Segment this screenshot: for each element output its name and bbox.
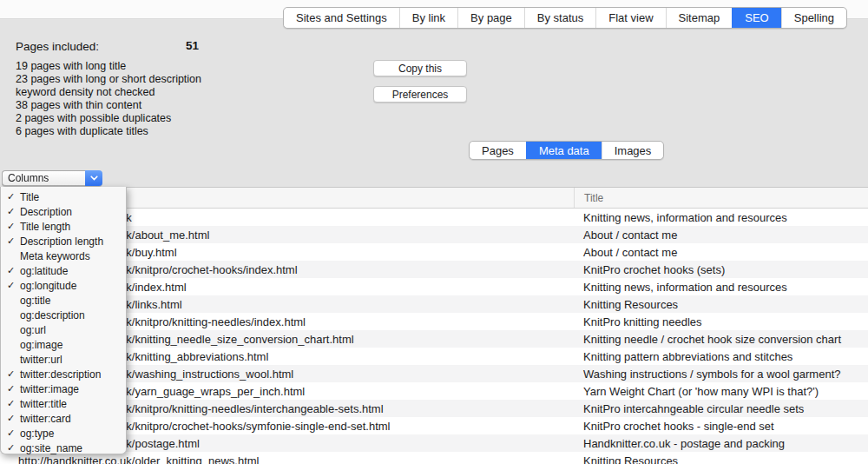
table-row[interactable]: http://handknitter.co.uk/about_me.htmlAb… (0, 226, 868, 243)
main-tab-bar: Sites and Settings By link By page By st… (283, 7, 847, 29)
tab-flat-view[interactable]: Flat view (595, 8, 665, 28)
menu-item-title[interactable]: ✓Title (1, 189, 126, 204)
preferences-button[interactable]: Preferences (373, 86, 467, 103)
menu-item-title-length[interactable]: ✓Title length (1, 219, 126, 234)
tab-sites-and-settings[interactable]: Sites and Settings (284, 8, 399, 28)
title-cell: Knitting Resources (574, 454, 868, 464)
columns-popup-label: Columns (2, 170, 85, 186)
table-row[interactable]: http://handknitter.co.uk/index.htmlKnitt… (0, 278, 868, 295)
menu-item-og-title[interactable]: og:title (1, 293, 126, 308)
menu-item-label: og:site_name (20, 442, 82, 454)
menu-item-label: twitter:card (20, 413, 71, 425)
table-row[interactable]: http://handknitter.co.ukKnitting news, i… (0, 209, 868, 226)
tab-by-page[interactable]: By page (457, 8, 524, 28)
menu-item-label: og:title (20, 295, 50, 307)
menu-item-label: Title (20, 191, 39, 203)
menu-item-twitter-description[interactable]: ✓twitter:description (1, 367, 126, 381)
title-cell: KnitPro crochet hooks - single-end set (574, 420, 868, 433)
copy-this-button[interactable]: Copy this (373, 60, 467, 76)
title-cell: About / contact me (574, 229, 868, 242)
chevron-down-icon (85, 170, 102, 186)
checkmark-icon: ✓ (1, 265, 20, 276)
menu-item-label: og:type (20, 428, 54, 440)
table-row[interactable]: http://handknitter.co.uk/older_knitting_… (0, 452, 868, 464)
title-cell: KnitPro intercahngeable circular needle … (574, 402, 868, 415)
seo-summary-list: 19 pages with long title 23 pages with l… (16, 60, 201, 138)
table-row[interactable]: http://handknitter.co.uk/knitpro/crochet… (0, 417, 868, 434)
title-cell: Knitting news, information and resources (574, 281, 868, 294)
title-cell: Knitting needle / crochet hook size conv… (574, 333, 868, 346)
checkmark-icon: ✓ (1, 206, 20, 217)
url-cell: http://handknitter.co.uk/older_knitting_… (0, 454, 574, 464)
summary-line: 19 pages with long title (16, 60, 201, 73)
menu-item-label: Title length (20, 221, 70, 233)
summary-line: keyword density not checked (16, 86, 201, 99)
menu-item-og-latitude[interactable]: ✓og:latitude (1, 263, 126, 278)
table-row[interactable]: http://handknitter.co.uk/knitting_abbrev… (0, 348, 868, 365)
checkmark-icon: ✓ (1, 383, 20, 394)
columns-dropdown-menu: ✓Title ✓Description ✓Title length ✓Descr… (0, 187, 127, 454)
pages-included-label: Pages included: (16, 40, 99, 53)
menu-item-og-url[interactable]: og:url (1, 322, 126, 337)
menu-item-label: twitter:url (20, 354, 62, 366)
summary-line: 6 pages with duplicate titles (16, 125, 201, 138)
tab-meta-data[interactable]: Meta data (526, 142, 602, 159)
table-row[interactable]: http://handknitter.co.uk/washing_instruc… (0, 365, 868, 382)
tab-spelling[interactable]: Spelling (781, 8, 846, 28)
table-row[interactable]: http://handknitter.co.uk/links.htmlKnitt… (0, 295, 868, 313)
title-cell: Knitting pattern abbreviations and stitc… (574, 350, 868, 363)
title-cell: KnitPro crochet hooks (sets) (574, 263, 868, 276)
menu-item-og-longitude[interactable]: ✓og:longitude (1, 278, 126, 293)
menu-item-label: Description (20, 206, 72, 218)
table-header-row: Title (0, 188, 868, 209)
meta-data-table: Title http://handknitter.co.ukKnitting n… (0, 187, 868, 464)
menu-item-twitter-image[interactable]: ✓twitter:image (1, 381, 126, 396)
tab-pages[interactable]: Pages (470, 142, 526, 159)
summary-line: 2 pages with possible duplicates (16, 112, 201, 125)
menu-item-og-image[interactable]: og:image (1, 337, 126, 352)
menu-item-og-description[interactable]: og:description (1, 308, 126, 322)
checkmark-icon: ✓ (1, 428, 20, 439)
tab-images[interactable]: Images (602, 142, 664, 159)
tab-by-link[interactable]: By link (399, 8, 457, 28)
table-row[interactable]: http://handknitter.co.uk/knitpro/knittin… (0, 313, 868, 330)
tab-by-status[interactable]: By status (524, 8, 595, 28)
view-tab-bar: Pages Meta data Images (469, 141, 664, 160)
title-cell: Knitting news, information and resources (574, 211, 868, 224)
title-cell: Knitting Resources (574, 298, 868, 311)
table-row[interactable]: http://handknitter.co.uk/knitting_needle… (0, 330, 868, 348)
menu-item-label: og:url (20, 324, 46, 336)
menu-item-twitter-title[interactable]: ✓twitter:title (1, 396, 126, 411)
summary-line: 38 pages with thin content (16, 99, 201, 112)
table-body: http://handknitter.co.ukKnitting news, i… (0, 209, 868, 464)
menu-item-label: twitter:image (20, 383, 79, 395)
menu-item-og-site-name[interactable]: ✓og:site_name (1, 441, 126, 455)
checkmark-icon: ✓ (1, 442, 20, 454)
menu-item-description[interactable]: ✓Description (1, 204, 126, 219)
table-row[interactable]: http://handknitter.co.uk/knitpro/knittin… (0, 400, 868, 417)
menu-item-label: og:image (20, 339, 62, 351)
table-row[interactable]: http://handknitter.co.uk/knitpro/crochet… (0, 261, 868, 278)
checkmark-icon: ✓ (1, 191, 20, 202)
summary-line: 23 pages with long or short description (16, 73, 201, 86)
tab-sitemap[interactable]: Sitemap (666, 8, 733, 28)
menu-item-twitter-card[interactable]: ✓twitter:card (1, 411, 126, 426)
columns-popup-button[interactable]: Columns (2, 170, 102, 186)
tab-seo[interactable]: SEO (732, 8, 780, 28)
table-row[interactable]: http://handknitter.co.uk/postage.htmlHan… (0, 434, 868, 452)
title-cell: KnitPro knitting needles (574, 315, 868, 328)
menu-item-twitter-url[interactable]: twitter:url (1, 352, 126, 367)
menu-item-og-type[interactable]: ✓og:type (1, 426, 126, 441)
table-row[interactable]: http://handknitter.co.uk/yarn_guage_wrap… (0, 382, 868, 400)
menu-item-label: Description length (20, 235, 103, 248)
menu-item-meta-keywords[interactable]: Meta keywords (1, 249, 126, 263)
checkmark-icon: ✓ (1, 398, 20, 409)
title-cell: Yarn Weight Chart (or 'how many WPI is t… (574, 385, 868, 398)
title-cell: Washing instructions / symbols for a woo… (574, 368, 868, 381)
checkmark-icon: ✓ (1, 280, 20, 291)
checkmark-icon: ✓ (1, 221, 20, 232)
column-header-title[interactable]: Title (574, 188, 868, 208)
table-row[interactable]: http://handknitter.co.uk/buy.htmlAbout /… (0, 243, 868, 261)
menu-item-description-length[interactable]: ✓Description length (1, 234, 126, 249)
checkmark-icon: ✓ (1, 413, 20, 424)
